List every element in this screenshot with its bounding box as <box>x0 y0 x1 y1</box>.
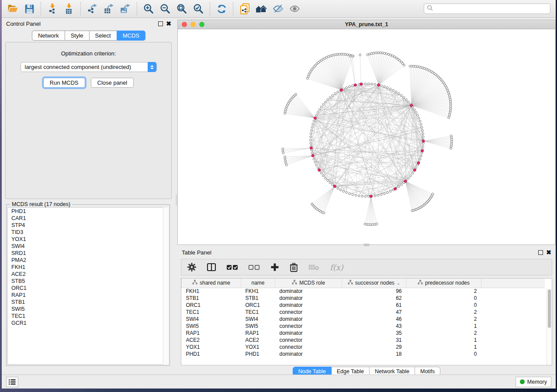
zoom-fit-icon[interactable] <box>173 2 190 16</box>
cell: connector <box>275 309 342 316</box>
table-row[interactable]: ORC1ORC1dominator610 <box>182 302 545 309</box>
clear-selection-icon[interactable] <box>249 264 260 271</box>
mcds-result-item[interactable]: STB5 <box>8 278 168 285</box>
mcds-result-item[interactable]: SRD1 <box>8 250 168 257</box>
show-all-icon[interactable] <box>286 2 303 16</box>
refresh-icon[interactable] <box>213 2 230 16</box>
tab-network[interactable]: Network <box>32 31 65 41</box>
run-mcds-button[interactable]: Run MCDS <box>43 78 85 88</box>
import-table-icon[interactable] <box>61 2 77 16</box>
mcds-result-scrollbar[interactable] <box>163 207 169 364</box>
column-header-MCDS-role[interactable]: MCDS role <box>275 279 342 288</box>
mcds-result-item[interactable]: TEC1 <box>8 313 168 320</box>
panel-menu-button[interactable] <box>6 377 18 387</box>
table-row[interactable]: ACE2ACE2connector311 <box>182 337 545 344</box>
search-input[interactable] <box>433 6 547 12</box>
save-session-icon[interactable] <box>21 2 38 16</box>
mcds-result-item[interactable]: FKH1 <box>8 264 168 271</box>
float-panel-icon[interactable] <box>158 21 163 26</box>
zoom-selected-icon[interactable] <box>190 2 207 16</box>
table-row[interactable]: TEC1TEC1connector472 <box>182 309 545 316</box>
control-panel-header: Control Panel ✖ <box>2 18 176 29</box>
mcds-result-item[interactable]: RAP1 <box>8 292 168 299</box>
cell: FKH1 <box>182 288 241 295</box>
table-row[interactable]: FKH1FKH1dominator962 <box>182 288 545 295</box>
import-network-icon[interactable] <box>44 2 61 16</box>
add-column-icon[interactable] <box>270 263 279 272</box>
column-header-shared-name[interactable]: shared name <box>182 279 241 288</box>
cell: 46 <box>342 316 406 323</box>
cell: connector <box>275 344 342 351</box>
toolbar-separator <box>41 2 41 15</box>
mcds-result-list[interactable]: PHD1CAR1STP4TID3YOX1SWI4SRD1PMA2FKH1ACE2… <box>7 207 169 364</box>
network-graph[interactable] <box>178 29 555 244</box>
mcds-result-item[interactable]: SWI5 <box>8 306 168 313</box>
mcds-result-item[interactable]: ACE2 <box>8 271 168 278</box>
memory-button[interactable]: Memory <box>515 377 551 387</box>
column-header-predecessor-nodes[interactable]: predecessor nodes <box>406 279 481 288</box>
search-box[interactable] <box>424 3 550 14</box>
first-neighbors-icon[interactable] <box>253 2 270 16</box>
table-scrollbar[interactable] <box>547 288 552 365</box>
open-file-icon[interactable] <box>4 2 21 16</box>
horizontal-splitter[interactable] <box>363 244 370 246</box>
optimization-criterion-select[interactable]: largest connected component (undirected) <box>21 62 157 72</box>
zoom-in-icon[interactable] <box>140 2 157 16</box>
mcds-result-item[interactable]: TID3 <box>8 229 168 236</box>
column-header-successor-nodes[interactable]: successor nodes ⌄ <box>342 279 406 288</box>
close-table-panel-icon[interactable]: ✖ <box>546 250 551 255</box>
main-toolbar-icons <box>4 2 303 16</box>
export-image-icon[interactable] <box>117 2 134 16</box>
vertical-splitter[interactable] <box>176 194 177 206</box>
tab-select[interactable]: Select <box>89 31 117 41</box>
delete-table-icon <box>308 264 319 271</box>
network-canvas[interactable] <box>178 29 555 244</box>
cell: 35 <box>342 330 406 337</box>
column-header-name[interactable]: name <box>241 279 275 288</box>
float-table-panel-icon[interactable] <box>538 250 543 255</box>
table-mode-gear-icon[interactable] <box>187 263 196 272</box>
cell: 96 <box>342 288 406 295</box>
close-panel-icon[interactable]: ✖ <box>166 21 171 26</box>
table-row[interactable]: STB1STB1dominator620 <box>182 295 545 302</box>
mcds-result-item[interactable]: GCR1 <box>8 320 168 327</box>
mcds-result-item[interactable]: PMA2 <box>8 257 168 264</box>
cell: SWI5 <box>182 323 241 330</box>
column-type-icon <box>292 280 297 286</box>
cell: dominator <box>275 351 342 358</box>
column-type-icon <box>192 280 197 286</box>
cell: 2 <box>406 316 481 323</box>
cell: 31 <box>342 337 406 344</box>
mcds-result-item[interactable]: SWI4 <box>8 243 168 250</box>
mcds-result-item[interactable]: YOX1 <box>8 236 168 243</box>
table-row[interactable]: RAP1RAP1dominator352 <box>182 330 545 337</box>
mcds-result-group: MCDS result (17 nodes) PHD1CAR1STP4TID3Y… <box>6 204 170 366</box>
cell: 47 <box>342 309 406 316</box>
close-panel-button[interactable]: Close panel <box>91 78 134 88</box>
cell: PHD1 <box>241 351 275 358</box>
table-row[interactable]: SWI4SWI4dominator462 <box>182 316 545 323</box>
mcds-result-item[interactable]: PHD1 <box>8 208 168 215</box>
zoom-out-icon[interactable] <box>157 2 173 16</box>
delete-columns-icon[interactable] <box>290 263 298 272</box>
cell: dominator <box>275 316 342 323</box>
tab-style[interactable]: Style <box>65 31 89 41</box>
table-row[interactable]: YOX1YOX1connector291 <box>182 344 545 351</box>
mcds-result-item[interactable]: CAR1 <box>8 215 168 222</box>
export-table-icon[interactable] <box>100 2 117 16</box>
network-from-selection-icon[interactable] <box>236 2 253 16</box>
mcds-result-title: MCDS result (17 nodes) <box>10 201 72 207</box>
export-network-icon[interactable] <box>84 2 100 16</box>
table-scrollbar-thumb[interactable] <box>548 289 551 328</box>
show-columns-icon[interactable] <box>207 263 216 272</box>
mcds-result-item[interactable]: STP4 <box>8 222 168 229</box>
table-row[interactable]: PHD1PHD1dominator180 <box>182 351 545 358</box>
network-view-title: YPA_prune.txt_1 <box>178 21 555 28</box>
table-row[interactable]: SWI5SWI5connector431 <box>182 323 545 330</box>
mcds-result-item[interactable]: STB1 <box>8 299 168 306</box>
mcds-result-item[interactable]: ORC1 <box>8 285 168 292</box>
select-all-rows-icon[interactable] <box>227 264 238 271</box>
hide-selected-icon[interactable] <box>270 2 286 16</box>
tab-mcds[interactable]: MCDS <box>117 31 145 41</box>
table-header-row: shared name name MCDS role successor nod… <box>182 279 545 288</box>
